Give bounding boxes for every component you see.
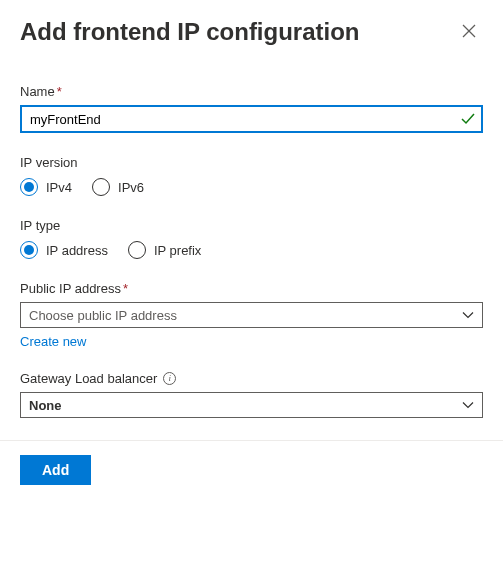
name-input[interactable] <box>20 105 483 133</box>
radio-icon <box>20 241 38 259</box>
public-ip-label: Public IP address* <box>20 281 483 296</box>
chevron-down-icon <box>462 399 474 411</box>
gateway-lb-value: None <box>29 398 62 413</box>
ip-version-ipv6[interactable]: IPv6 <box>92 178 144 196</box>
public-ip-placeholder: Choose public IP address <box>29 308 177 323</box>
radio-icon <box>128 241 146 259</box>
ip-type-prefix[interactable]: IP prefix <box>128 241 201 259</box>
public-ip-select[interactable]: Choose public IP address <box>20 302 483 328</box>
gateway-lb-label: Gateway Load balancer <box>20 371 157 386</box>
radio-label: IPv4 <box>46 180 72 195</box>
panel-title: Add frontend IP configuration <box>20 18 360 46</box>
chevron-down-icon <box>462 309 474 321</box>
gateway-lb-select[interactable]: None <box>20 392 483 418</box>
info-icon[interactable]: i <box>163 372 176 385</box>
footer-divider <box>0 440 503 441</box>
ip-version-group: IPv4 IPv6 <box>20 178 483 196</box>
add-button[interactable]: Add <box>20 455 91 485</box>
radio-label: IP prefix <box>154 243 201 258</box>
ip-version-label: IP version <box>20 155 483 170</box>
radio-icon <box>20 178 38 196</box>
radio-label: IP address <box>46 243 108 258</box>
name-label-text: Name <box>20 84 55 99</box>
radio-label: IPv6 <box>118 180 144 195</box>
ip-type-group: IP address IP prefix <box>20 241 483 259</box>
name-label: Name* <box>20 84 483 99</box>
checkmark-icon <box>461 112 475 126</box>
public-ip-label-text: Public IP address <box>20 281 121 296</box>
close-button[interactable] <box>455 18 483 46</box>
ip-version-ipv4[interactable]: IPv4 <box>20 178 72 196</box>
create-new-link[interactable]: Create new <box>20 334 86 349</box>
required-indicator: * <box>123 281 128 296</box>
close-icon <box>462 24 476 41</box>
ip-type-label: IP type <box>20 218 483 233</box>
ip-type-address[interactable]: IP address <box>20 241 108 259</box>
required-indicator: * <box>57 84 62 99</box>
radio-icon <box>92 178 110 196</box>
